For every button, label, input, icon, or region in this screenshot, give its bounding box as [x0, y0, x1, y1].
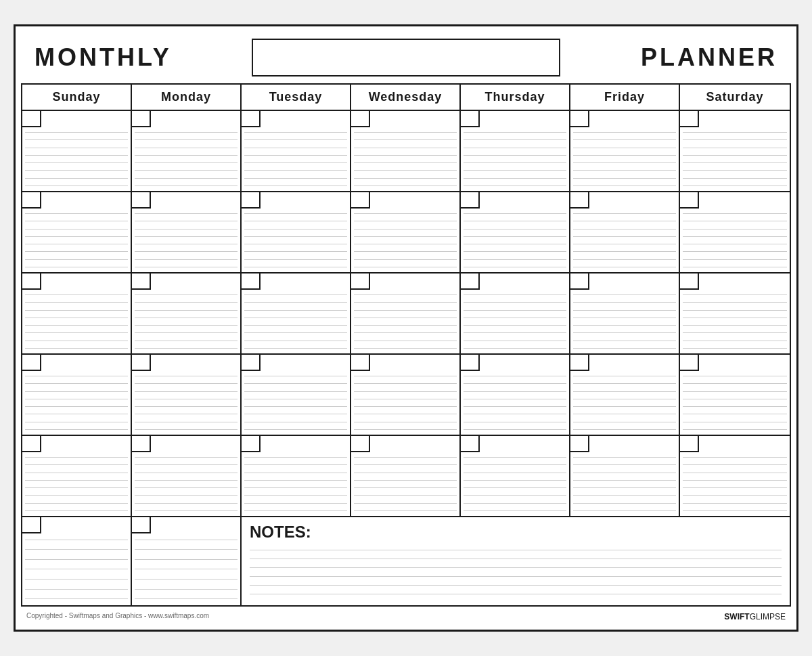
- cell-r4-sat[interactable]: [680, 355, 790, 435]
- day-number-tab: [351, 192, 370, 209]
- notes-lines: [250, 546, 782, 598]
- cell-lines: [351, 371, 459, 435]
- cell-r4-fri[interactable]: [570, 355, 680, 435]
- day-number-tab: [680, 355, 699, 371]
- cell-lines: [242, 209, 350, 272]
- cell-lines: [461, 127, 569, 191]
- cell-lines: [570, 371, 679, 435]
- cell-lines: [461, 371, 569, 435]
- calendar-row-2: [22, 192, 790, 274]
- cell-r3-wed[interactable]: [351, 274, 461, 353]
- notes-section[interactable]: NOTES:: [242, 517, 790, 605]
- day-number-tab: [680, 436, 699, 452]
- cell-lines: [242, 127, 350, 191]
- cell-lines: [680, 127, 790, 191]
- day-number-tab: [22, 111, 41, 127]
- cell-lines: [570, 290, 679, 353]
- cell-r1-fri[interactable]: [570, 111, 680, 191]
- cell-r4-wed[interactable]: [351, 355, 461, 435]
- cell-lines: [132, 452, 240, 516]
- cell-lines: [570, 209, 679, 272]
- cell-r2-sun[interactable]: [22, 192, 132, 272]
- cell-lines: [132, 290, 240, 353]
- cell-lines: [242, 452, 350, 516]
- cell-r2-sat[interactable]: [680, 192, 790, 272]
- cell-r5-sat[interactable]: [680, 436, 790, 516]
- cell-r4-tue[interactable]: [242, 355, 351, 435]
- day-number-tab: [22, 274, 41, 290]
- day-number-tab: [680, 111, 699, 127]
- cell-r3-thu[interactable]: [461, 274, 570, 353]
- cell-r1-mon[interactable]: [132, 111, 242, 191]
- cell-r5-tue[interactable]: [242, 436, 351, 516]
- day-number-tab: [461, 355, 480, 371]
- cell-lines: [22, 452, 131, 516]
- day-number-tab: [132, 517, 151, 533]
- cell-r5-mon[interactable]: [132, 436, 242, 516]
- cell-r4-mon[interactable]: [132, 355, 242, 435]
- cell-r5-wed[interactable]: [351, 436, 461, 516]
- cell-r3-sun[interactable]: [22, 274, 132, 353]
- cell-r1-sat[interactable]: [680, 111, 790, 191]
- cell-lines: [351, 290, 459, 353]
- day-number-tab: [570, 355, 589, 371]
- day-number-tab: [680, 274, 699, 290]
- cell-lines: [132, 209, 240, 272]
- cell-lines: [242, 371, 350, 435]
- cell-lines: [680, 290, 790, 353]
- cell-lines: [132, 127, 240, 191]
- day-number-tab: [242, 436, 261, 452]
- day-number-tab: [680, 192, 699, 209]
- day-headers-row: Sunday Monday Tuesday Wednesday Thursday…: [22, 85, 790, 111]
- title-input-box[interactable]: [252, 39, 560, 76]
- cell-r3-fri[interactable]: [570, 274, 680, 353]
- day-number-tab: [570, 111, 589, 127]
- header-saturday: Saturday: [680, 85, 790, 110]
- cell-r5-sun[interactable]: [22, 436, 132, 516]
- cell-lines: [680, 209, 790, 272]
- cell-lines: [242, 290, 350, 353]
- cell-r1-tue[interactable]: [242, 111, 351, 191]
- cell-r1-wed[interactable]: [351, 111, 461, 191]
- cell-r6-sun[interactable]: [22, 517, 132, 605]
- brand-suffix: GLIMPSE: [750, 612, 786, 621]
- cell-r6-mon[interactable]: [132, 517, 242, 605]
- day-number-tab: [132, 436, 151, 452]
- day-number-tab: [351, 436, 370, 452]
- cell-r2-fri[interactable]: [570, 192, 680, 272]
- cell-lines: [351, 452, 459, 516]
- cell-lines: [132, 371, 240, 435]
- cell-lines: [22, 533, 131, 605]
- cell-r1-sun[interactable]: [22, 111, 132, 191]
- header-tuesday: Tuesday: [242, 85, 351, 110]
- cell-lines: [351, 209, 459, 272]
- cell-r1-thu[interactable]: [461, 111, 570, 191]
- cell-r2-thu[interactable]: [461, 192, 570, 272]
- day-number-tab: [351, 355, 370, 371]
- cell-r4-thu[interactable]: [461, 355, 570, 435]
- cell-r2-mon[interactable]: [132, 192, 242, 272]
- cell-r5-thu[interactable]: [461, 436, 570, 516]
- cell-r3-tue[interactable]: [242, 274, 351, 353]
- day-number-tab: [242, 355, 261, 371]
- cell-r2-tue[interactable]: [242, 192, 351, 272]
- cell-r5-fri[interactable]: [570, 436, 680, 516]
- cell-r3-mon[interactable]: [132, 274, 242, 353]
- planner-container: MONTHLY PLANNER Sunday Monday Tuesday We…: [14, 24, 798, 632]
- cell-r2-wed[interactable]: [351, 192, 461, 272]
- cell-r3-sat[interactable]: [680, 274, 790, 353]
- day-number-tab: [242, 274, 261, 290]
- day-number-tab: [570, 436, 589, 452]
- header-monday: Monday: [132, 85, 242, 110]
- cell-r4-sun[interactable]: [22, 355, 132, 435]
- day-number-tab: [132, 192, 151, 209]
- brand-prefix: SWIFT: [724, 612, 749, 621]
- calendar-row-3: [22, 274, 790, 355]
- day-number-tab: [570, 192, 589, 209]
- day-number-tab: [22, 517, 41, 533]
- calendar-rows: NOTES:: [22, 111, 790, 605]
- day-number-tab: [132, 111, 151, 127]
- calendar-row-6: NOTES:: [22, 517, 790, 605]
- calendar: Sunday Monday Tuesday Wednesday Thursday…: [21, 83, 791, 607]
- planner-label: PLANNER: [574, 43, 777, 72]
